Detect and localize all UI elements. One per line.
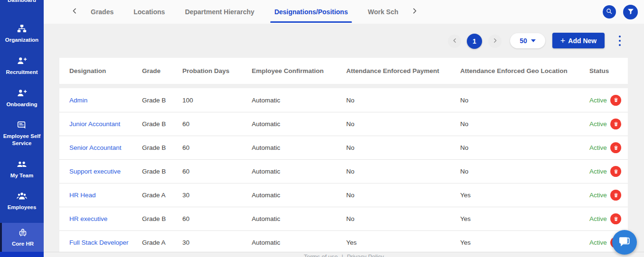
cell-attendance_enforced_geo_location: No (460, 144, 589, 151)
cell-employee_confirmation: Automatic (252, 215, 346, 222)
dot (619, 36, 621, 37)
sidebar-item-label: Dashboard (6, 0, 38, 4)
table-row: HR executiveGrade B60AutomaticNoYesActiv… (59, 207, 628, 230)
chevron-right-icon (411, 7, 418, 17)
trash-icon (613, 121, 619, 127)
previous-page-button[interactable] (448, 35, 461, 48)
footer-separator: | (341, 254, 343, 257)
sidebar: DashboardOrganizationRecruitmentOnboardi… (0, 0, 44, 257)
cell-probation_days: 60 (182, 144, 252, 151)
cell-grade: Grade A (142, 239, 182, 246)
cell-probation_days: 60 (182, 215, 252, 222)
recruitment-icon (17, 56, 27, 66)
table-row: AdminGrade B100AutomaticNoNoActive (59, 88, 628, 112)
table-row: Junior AccountantGrade B60AutomaticNoNoA… (59, 112, 628, 136)
trash-icon (613, 97, 619, 103)
sidebar-item-onboarding[interactable]: Onboarding (0, 88, 44, 108)
cell-grade: Grade A (142, 192, 182, 199)
current-page-button[interactable]: 1 (467, 34, 482, 49)
tab-locations[interactable]: Locations (123, 0, 175, 24)
cell-grade: Grade B (142, 168, 182, 175)
cell-attendance_enforced_payment: No (346, 97, 460, 104)
plus-icon: + (560, 37, 566, 45)
status-badge: Active (589, 192, 610, 199)
tab-grades[interactable]: Grades (81, 0, 123, 24)
cell-probation_days: 60 (182, 120, 252, 128)
caret-down-icon (531, 39, 536, 42)
designation-link[interactable]: Junior Accountant (69, 120, 142, 128)
status-badge: Active (589, 97, 610, 104)
page-size-dropdown[interactable]: 50 (510, 33, 545, 48)
delete-button[interactable] (610, 213, 621, 224)
designation-link[interactable]: Support executive (69, 168, 142, 175)
cell-employee_confirmation: Automatic (252, 120, 346, 128)
delete-button[interactable] (610, 142, 621, 153)
sidebar-item-employee-self-service[interactable]: Employee Self Service (0, 120, 44, 147)
sidebar-item-employees[interactable]: Employees (0, 191, 44, 211)
privacy-policy-link[interactable]: Privacy Policy (347, 254, 384, 257)
cell-attendance_enforced_geo_location: Yes (460, 239, 589, 246)
sidebar-item-label: Core HR (10, 240, 35, 248)
filter-icon (627, 8, 635, 17)
employee-self-service-icon (17, 120, 27, 130)
tab-department-hierarchy[interactable]: Department Hierarchy (175, 0, 264, 24)
delete-button[interactable] (610, 190, 621, 201)
chevron-left-icon (71, 7, 78, 17)
tabs-scroll-left-button[interactable] (68, 0, 81, 24)
more-options-button[interactable] (617, 36, 623, 46)
sidebar-item-recruitment[interactable]: Recruitment (0, 56, 44, 76)
sidebar-item-label: Employee Self Service (0, 133, 44, 147)
next-page-button[interactable] (488, 35, 502, 48)
my-team-icon (17, 159, 27, 170)
cell-attendance_enforced_payment: No (346, 215, 460, 222)
cell-employee_confirmation: Automatic (252, 239, 346, 246)
cell-probation_days: 30 (182, 192, 252, 199)
table-row: HR HeadGrade A30AutomaticNoYesActive (59, 183, 628, 207)
sidebar-item-organization[interactable]: Organization (0, 24, 44, 44)
cell-attendance_enforced_payment: No (346, 192, 460, 199)
add-new-label: Add New (568, 37, 597, 45)
dot (619, 44, 621, 46)
cell-attendance_enforced_geo_location: No (460, 120, 589, 128)
sidebar-item-label: Employees (6, 204, 38, 211)
column-header-attendance_enforced_geo_location: Attendance Enforced Geo Location (460, 67, 589, 74)
table-row: Senior AccountantGrade B60AutomaticNoNoA… (59, 136, 628, 159)
designation-link[interactable]: Admin (69, 97, 142, 104)
table-row: Full Stack DeveloperGrade A30AutomaticYe… (59, 230, 628, 252)
sidebar-item-my-team[interactable]: My Team (0, 159, 44, 179)
add-new-button[interactable]: + Add New (552, 33, 605, 48)
table-row: Support executiveGrade B60AutomaticNoNoA… (59, 159, 628, 183)
delete-button[interactable] (610, 119, 621, 129)
delete-button[interactable] (610, 95, 621, 106)
designation-link[interactable]: HR Head (69, 192, 142, 199)
chat-icon (618, 236, 631, 249)
page-size-value: 50 (520, 37, 527, 45)
filter-button[interactable] (623, 5, 638, 19)
tab-work-schedules[interactable]: Work Sch (358, 0, 408, 24)
status-badge: Active (589, 168, 610, 175)
designation-link[interactable]: Full Stack Developer (69, 239, 142, 246)
tab-designations-positions[interactable]: Designations/Positions (265, 0, 358, 24)
employees-icon (17, 191, 27, 202)
designation-link[interactable]: HR executive (69, 215, 142, 222)
chat-widget-button[interactable] (612, 230, 637, 255)
cell-probation_days: 60 (182, 168, 252, 175)
terms-of-use-link[interactable]: Terms of use (304, 254, 338, 257)
chevron-left-icon (452, 37, 458, 45)
designation-link[interactable]: Senior Accountant (69, 144, 142, 151)
dot (619, 40, 621, 42)
sidebar-item-label: Organization (4, 37, 40, 44)
onboarding-icon (17, 88, 27, 99)
sidebar-item-dashboard[interactable]: Dashboard (0, 0, 44, 4)
tabs-scroll-right-button[interactable] (408, 0, 421, 24)
delete-button[interactable] (610, 166, 621, 177)
chevron-right-icon (492, 37, 498, 45)
cell-employee_confirmation: Automatic (252, 144, 346, 151)
cell-attendance_enforced_payment: Yes (346, 239, 460, 246)
sidebar-item-core-hr[interactable]: HRCore HR (0, 223, 44, 252)
cell-attendance_enforced_payment: No (346, 144, 460, 151)
cell-attendance_enforced_geo_location: No (460, 97, 589, 104)
search-button[interactable] (603, 5, 616, 18)
column-header-grade: Grade (142, 67, 182, 74)
designations-table: DesignationGradeProbation DaysEmployee C… (59, 58, 628, 252)
